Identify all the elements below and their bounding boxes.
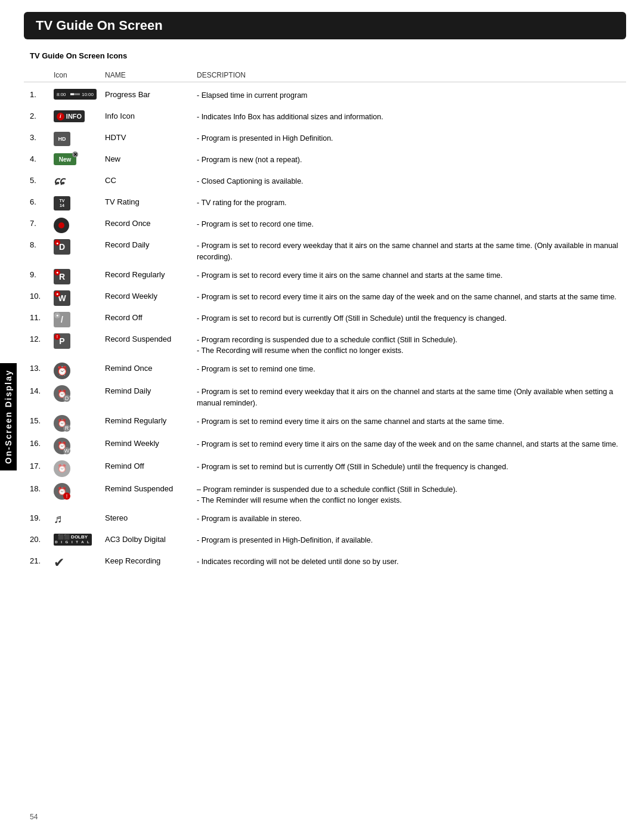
row-icon-record-regularly: ● R [54,269,101,284]
row-name: TV Rating [101,196,197,206]
table-row: 12. ! P Record Suspended - Program recor… [24,330,626,360]
row-number: 17. [30,460,54,470]
row-number: 15. [30,415,54,425]
table-row: 13. ⏰ Remind Once - Program is set to re… [24,360,626,382]
row-name: Record Off [101,312,197,322]
row-number: 12. [30,333,54,343]
row-icon-stereo: ♬ [54,512,101,526]
row-description: - Indicates recording will not be delete… [197,555,620,568]
row-description: - Program is available in stereo. [197,512,620,525]
row-description: - Program is set to record but is curren… [197,312,620,324]
table-row: 20. ⬛⬛ DOLBY D I G I T A L AC3 Dolby Dig… [24,531,626,552]
row-name: Remind Weekly [101,438,197,448]
row-icon-remind-off: ⏰ [54,460,101,477]
row-description: - Elapsed time in current program [197,89,620,101]
table-row: 2. i INFO Info Icon - Indicates Info Box… [24,107,626,129]
table-row: 19. ♬ Stereo - Program is available in s… [24,509,626,531]
row-number: 13. [30,363,54,373]
row-description: - Program is presented in High-Definitio… [197,534,620,546]
row-name: Info Icon [101,110,197,120]
row-description: - Program is new (not a repeat). [197,153,620,166]
row-number: 10. [30,290,54,301]
row-description: - Program is set to remind one time. [197,363,620,375]
row-description: - Program is set to remind every time it… [197,438,620,450]
row-description: - Indicates Info Box has additional size… [197,110,620,123]
row-name: Stereo [101,512,197,522]
table-row: 15. ⏰R Remind Regularly - Program is set… [24,412,626,435]
row-name: Record Once [101,218,197,228]
page-number: 54 [30,813,38,821]
row-name: CC [101,175,197,185]
row-icon-record-once [54,218,101,233]
col-icon: Icon [54,71,101,79]
row-description: - Program is set to remind every weekday… [197,385,620,409]
row-number: 11. [30,312,54,322]
table-row: 14. ⏰D Remind Daily - Program is set to … [24,382,626,412]
table-header: Icon NAME DESCRIPTION [24,69,626,82]
row-icon-remind-suspended: ⏰! [54,483,101,500]
sidebar-tab: On-Screen Display [0,363,17,470]
row-name: Record Daily [101,239,197,249]
row-name: New [101,153,197,163]
row-name: Remind Off [101,460,197,470]
table-row: 5. ɕɕ CC - Closed Captioning is availabl… [24,172,626,193]
row-name: AC3 Dolby Digital [101,534,197,544]
row-number: 21. [30,555,54,565]
row-icon-remind-weekly: ⏰W [54,438,101,454]
rows-container: 1. 8:00 10:00 Progress Bar - Elapsed tim… [24,86,626,574]
table-row: 9. ● R Record Regularly - Program is set… [24,266,626,287]
col-name: NAME [101,71,197,79]
row-description: - Closed Captioning is available. [197,175,620,187]
row-number: 5. [30,175,54,185]
row-icon-remind-once: ⏰ [54,363,101,379]
row-icon-cc: ɕɕ [54,175,101,187]
row-number: 19. [30,512,54,522]
row-icon-keep-recording: ✔ [54,555,101,571]
page-title: TV Guide On Screen [36,18,163,33]
table-row: 7. Record Once - Program is set to recor… [24,215,626,236]
row-icon-dolby: ⬛⬛ DOLBY D I G I T A L [54,534,101,546]
row-name: Remind Suspended [101,483,197,493]
row-name: Remind Once [101,363,197,373]
col-desc: DESCRIPTION [197,71,620,79]
row-description: - Program is set to record every time it… [197,269,620,281]
row-name: Record Regularly [101,269,197,279]
row-number: 18. [30,483,54,493]
row-number: 1. [30,89,54,99]
row-icon-record-daily: ● D [54,239,101,255]
section-title: TV Guide On Screen Icons [30,51,626,60]
page-header: TV Guide On Screen [24,12,626,39]
row-name: Remind Daily [101,385,197,395]
table-row: 11. ● / Record Off - Program is set to r… [24,309,626,330]
row-description: – Program reminder is suspended due to a… [197,483,620,507]
table-row: 4. New✕ New - Program is new (not a repe… [24,150,626,172]
row-number: 4. [30,153,54,163]
row-number: 8. [30,239,54,249]
row-name: Remind Regularly [101,415,197,425]
table-row: 6. TV14 TV Rating - TV rating for the pr… [24,193,626,215]
row-description: - TV rating for the program. [197,196,620,209]
row-description: - Program is set to remind every time it… [197,415,620,428]
row-name: Keep Recording [101,555,197,565]
row-icon-remind-daily: ⏰D [54,385,101,402]
row-number: 20. [30,534,54,544]
row-description: - Program is set to record one time. [197,218,620,230]
row-number: 3. [30,132,54,142]
sidebar-label: On-Screen Display [4,369,13,464]
table-row: 3. HD HDTV - Program is presented in Hig… [24,129,626,150]
row-description: - Program is set to record every time it… [197,290,620,303]
row-description: - Program is set to remind but is curren… [197,460,620,473]
page-wrapper: On-Screen Display TV Guide On Screen TV … [0,0,644,833]
table-row: 17. ⏰ Remind Off - Program is set to rem… [24,457,626,480]
table-row: 10. ● W Record Weekly - Program is set t… [24,287,626,309]
row-icon-info: i INFO [54,110,101,122]
row-icon-new: New✕ [54,153,101,165]
row-number: 6. [30,196,54,206]
row-name: Record Weekly [101,290,197,301]
row-description: - Program recording is suspended due to … [197,333,620,357]
row-icon-progress-bar: 8:00 10:00 [54,89,101,100]
table-row: 21. ✔ Keep Recording - Indicates recordi… [24,552,626,574]
row-icon-hdtv: HD [54,132,101,146]
page-footer: 54 [30,813,38,821]
row-number: 7. [30,218,54,228]
